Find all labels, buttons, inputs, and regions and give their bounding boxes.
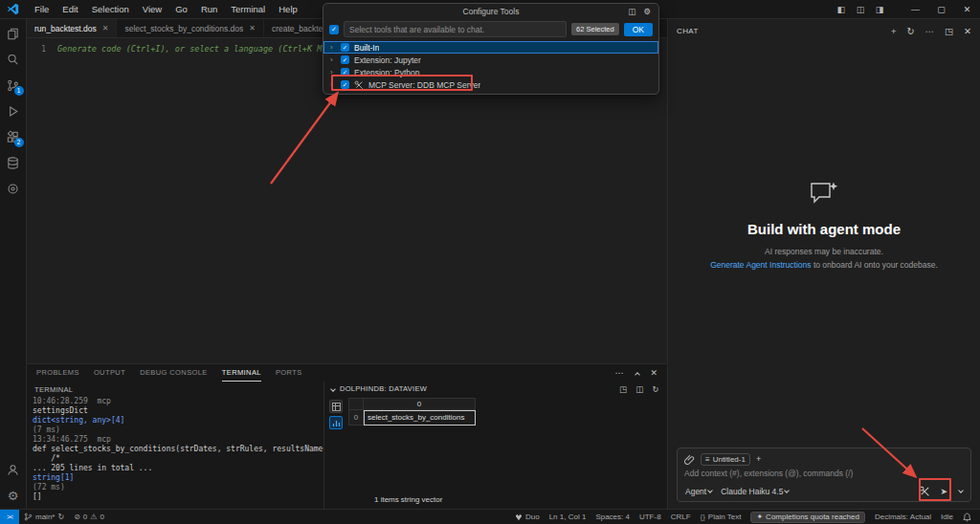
search-icon[interactable] [0, 47, 27, 73]
chat-empty-state: Build with agent mode AI responses may b… [668, 180, 980, 270]
close-tab-icon[interactable]: ✕ [249, 24, 256, 33]
close-tab-icon[interactable]: ✕ [102, 24, 109, 33]
grid-cell-selected[interactable]: select_stocks_by_conditions [364, 410, 476, 426]
encoding-item[interactable]: UTF-8 [635, 513, 666, 521]
cursor-position-item[interactable]: Ln 1, Col 1 [545, 513, 591, 521]
remote-indicator[interactable]: >< [0, 510, 19, 524]
item-checkbox[interactable]: ✓ [341, 68, 349, 76]
extensions-icon[interactable]: 2 [0, 124, 27, 150]
decimals-item[interactable]: Decimals: Actual [870, 513, 936, 521]
tab-debug-console[interactable]: DEBUG CONSOLE [140, 364, 208, 382]
chart-view-icon[interactable] [329, 416, 343, 429]
database-icon[interactable] [0, 150, 27, 176]
problems-item[interactable]: ⊘ 0 ⚠ 0 [69, 513, 109, 521]
refresh-icon[interactable]: ↻ [653, 384, 659, 394]
generate-instructions-link[interactable]: Generate Agent Instructions [710, 260, 811, 270]
context-file-chip[interactable]: ≡ Untitled-1 [701, 453, 750, 466]
gear-icon[interactable]: ⚙ [643, 7, 651, 16]
menu-go[interactable]: Go [168, 3, 194, 15]
tools-list: › ✓ Built-In › ✓ Extension: Jupyter › ✓ … [323, 41, 658, 91]
item-checkbox[interactable]: ✓ [341, 55, 349, 64]
item-checkbox[interactable]: ✓ [341, 80, 349, 89]
settings-gear-icon[interactable]: ⚙ [0, 483, 27, 509]
chevron-right-icon[interactable]: › [330, 78, 336, 91]
more-actions-icon[interactable]: ⋯ [614, 368, 623, 378]
add-context-icon[interactable]: + [756, 454, 761, 464]
source-control-icon[interactable]: 1 [0, 73, 27, 98]
send-dropdown-icon[interactable] [957, 487, 963, 496]
tab-run-backtest[interactable]: run_backtest.dos ✕ [27, 19, 117, 37]
tools-search-input[interactable] [344, 21, 567, 37]
file-list-icon: ≡ [705, 455, 710, 464]
tab-ports[interactable]: PORTS [276, 364, 302, 382]
configure-tools-icon[interactable] [919, 486, 930, 497]
attach-context-icon[interactable] [684, 454, 695, 465]
menu-view[interactable]: View [136, 3, 168, 15]
open-chat-in-editor-icon[interactable]: ◳ [945, 26, 953, 36]
split-icon[interactable]: ◫ [635, 384, 643, 394]
tab-select-stocks[interactable]: select_stocks_by_conditions.dos ✕ [117, 19, 264, 37]
menu-run[interactable]: Run [194, 3, 224, 15]
toggle-secondary-sidebar-icon[interactable]: ◨ [870, 5, 889, 14]
menu-selection[interactable]: Selection [85, 3, 136, 15]
terminal-view[interactable]: TERMINAL 10:46:28.259 mcp settingsDict d… [27, 382, 323, 509]
item-checkbox[interactable]: ✓ [341, 43, 349, 52]
new-chat-icon[interactable]: + [891, 26, 897, 36]
terminal-line: [] [33, 492, 323, 502]
language-mode-item[interactable]: {} Plain Text [696, 513, 746, 521]
menu-edit[interactable]: Edit [56, 3, 84, 15]
git-branch-item[interactable]: main* ↻ [19, 512, 69, 522]
explorer-icon[interactable] [0, 21, 27, 47]
maximize-button[interactable]: ▢ [928, 0, 954, 19]
open-in-window-icon[interactable]: ◳ [619, 384, 627, 394]
idle-status-item[interactable]: Idle [936, 513, 958, 521]
more-actions-icon[interactable]: ⋯ [925, 26, 935, 36]
run-debug-icon[interactable] [0, 98, 27, 124]
agent-mode-picker[interactable]: Agent [685, 487, 712, 496]
close-panel-icon[interactable]: ✕ [650, 368, 657, 378]
send-button[interactable]: ➤ [940, 487, 947, 496]
table-view-icon[interactable] [329, 400, 343, 413]
indentation-item[interactable]: Spaces: 4 [590, 513, 635, 521]
account-icon[interactable] [0, 457, 27, 483]
split-icon[interactable]: ◫ [628, 7, 635, 16]
list-item-mcp-server[interactable]: › ✓ MCP Server: DDB MCP Server [323, 78, 658, 91]
toggle-sidebar-icon[interactable]: ◧ [832, 5, 851, 14]
collapse-chevron-icon[interactable] [330, 386, 336, 392]
minimize-button[interactable]: — [902, 0, 928, 19]
tab-output[interactable]: OUTPUT [94, 364, 125, 382]
tab-problems[interactable]: PROBLEMS [36, 364, 79, 382]
menu-help[interactable]: Help [272, 3, 304, 15]
dolphindb-icon[interactable] [0, 176, 27, 202]
chat-history-icon[interactable]: ↻ [907, 26, 915, 36]
toggle-panel-icon[interactable]: ◫ [851, 5, 870, 14]
maximize-panel-icon[interactable] [634, 368, 639, 378]
eol-item[interactable]: CRLF [666, 513, 696, 521]
grid-column-header[interactable]: 0 [364, 398, 476, 410]
chevron-right-icon[interactable]: › [330, 54, 336, 66]
source-control-badge: 1 [14, 86, 24, 96]
tab-terminal[interactable]: TERMINAL [222, 364, 261, 382]
duo-status-item[interactable]: Duo [510, 513, 545, 521]
duo-icon [515, 513, 523, 521]
sync-icon[interactable]: ↻ [57, 513, 64, 521]
toggle-all-checkbox[interactable]: ✓ [329, 25, 339, 34]
menu-file[interactable]: File [28, 3, 56, 15]
list-item-python[interactable]: › ✓ Extension: Python [323, 66, 658, 78]
close-window-button[interactable]: ✕ [954, 0, 980, 19]
dialog-title: Configure Tools [463, 7, 520, 16]
list-item-built-in[interactable]: › ✓ Built-In [323, 41, 658, 54]
menu-terminal[interactable]: Terminal [224, 3, 272, 15]
chevron-right-icon[interactable]: › [330, 66, 336, 78]
chat-message-input[interactable] [684, 469, 964, 478]
notifications-bell-icon[interactable] [958, 513, 976, 522]
grid-row-index[interactable]: 0 [348, 410, 364, 426]
model-picker[interactable]: Claude Haiku 4.5 [721, 487, 789, 496]
ok-button[interactable]: OK [624, 23, 653, 36]
completions-quota-item[interactable]: ✦ Completions quota reached [746, 512, 870, 523]
list-item-jupyter[interactable]: › ✓ Extension: Jupyter [323, 54, 658, 66]
close-chat-icon[interactable]: ✕ [964, 26, 971, 36]
grid-corner-cell [348, 398, 364, 410]
dataview-actions: ◳ ◫ ↻ [619, 384, 659, 394]
chevron-right-icon[interactable]: › [330, 41, 336, 54]
